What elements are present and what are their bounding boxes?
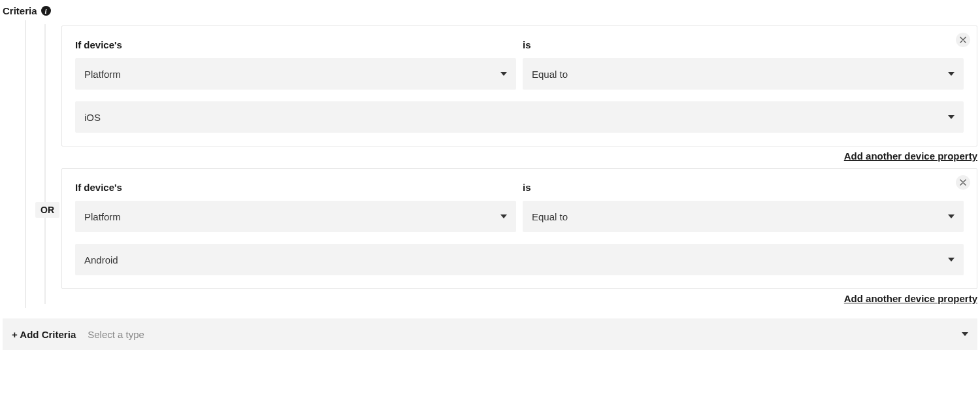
field-property: If device's Platform bbox=[75, 182, 516, 232]
criteria-container: If device's Platform is Equal to bbox=[22, 24, 977, 304]
caret-down-icon bbox=[948, 258, 955, 262]
criteria-header: Criteria i bbox=[3, 5, 977, 16]
add-criteria-placeholder: Select a type bbox=[88, 329, 144, 340]
add-criteria-bar[interactable]: + Add Criteria Select a type bbox=[3, 318, 977, 350]
property-select-value: Platform bbox=[84, 69, 121, 80]
info-icon[interactable]: i bbox=[41, 6, 51, 16]
caret-down-icon bbox=[500, 214, 507, 218]
value-select[interactable]: Android bbox=[75, 244, 964, 275]
operator-select[interactable]: Equal to bbox=[523, 201, 964, 232]
operator-select-value: Equal to bbox=[532, 211, 568, 222]
rule-card: If device's Platform is Equal to bbox=[61, 26, 977, 146]
label-is: is bbox=[523, 39, 964, 50]
operator-select-value: Equal to bbox=[532, 69, 568, 80]
label-if-devices: If device's bbox=[75, 182, 516, 193]
caret-down-icon bbox=[948, 115, 955, 119]
property-select-value: Platform bbox=[84, 211, 121, 222]
field-operator: is Equal to bbox=[523, 39, 964, 90]
caret-down-icon bbox=[500, 72, 507, 76]
property-select[interactable]: Platform bbox=[75, 58, 516, 90]
add-property-row: Add another device property bbox=[61, 293, 977, 304]
criteria-title: Criteria bbox=[3, 5, 37, 16]
field-property: If device's Platform bbox=[75, 39, 516, 90]
or-badge: OR bbox=[35, 202, 59, 218]
criteria-builder: If device's Platform is Equal to bbox=[3, 24, 977, 350]
value-select-value: Android bbox=[84, 254, 118, 265]
caret-down-icon bbox=[948, 214, 955, 218]
add-property-row: Add another device property bbox=[61, 150, 977, 162]
property-select[interactable]: Platform bbox=[75, 201, 516, 232]
add-criteria-label: + Add Criteria bbox=[12, 329, 76, 340]
remove-rule-button[interactable] bbox=[956, 33, 970, 47]
field-operator: is Equal to bbox=[523, 182, 964, 232]
operator-select[interactable]: Equal to bbox=[523, 58, 964, 90]
connector-line-outer bbox=[25, 20, 26, 308]
caret-down-icon bbox=[948, 72, 955, 76]
add-device-property-link[interactable]: Add another device property bbox=[844, 150, 977, 162]
rule-card: If device's Platform is Equal to bbox=[61, 168, 977, 289]
close-icon bbox=[960, 179, 966, 187]
caret-down-icon bbox=[962, 332, 968, 336]
remove-rule-button[interactable] bbox=[956, 175, 970, 190]
value-select[interactable]: iOS bbox=[75, 101, 964, 133]
field-value: Android bbox=[75, 244, 964, 275]
label-is: is bbox=[523, 182, 964, 193]
connector-line-inner bbox=[44, 24, 46, 304]
field-value: iOS bbox=[75, 101, 964, 133]
label-if-devices: If device's bbox=[75, 39, 516, 50]
or-group: If device's Platform is Equal to bbox=[42, 24, 977, 304]
add-device-property-link[interactable]: Add another device property bbox=[844, 293, 977, 304]
value-select-value: iOS bbox=[84, 112, 101, 123]
close-icon bbox=[960, 36, 966, 44]
